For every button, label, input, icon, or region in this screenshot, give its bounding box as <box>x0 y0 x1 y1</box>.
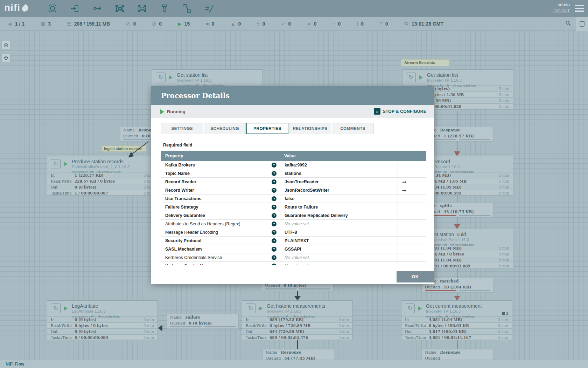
running-indicator-icon <box>64 306 68 311</box>
label-ingest-station-records[interactable]: Ingest station records <box>102 145 146 152</box>
processor-type: PublishKafkaRecord_2_6 1.16.3 <box>72 165 130 169</box>
help-icon[interactable]: ? <box>272 247 276 252</box>
property-row-message-header-encoding: Message Header Encoding? UTF-8 <box>161 228 426 237</box>
help-icon[interactable]: ? <box>272 213 276 218</box>
help-icon[interactable]: ? <box>272 179 276 184</box>
template-toolbar-button[interactable] <box>181 2 193 15</box>
property-row-failure-strategy: Failure Strategy? Route to Failure <box>161 203 426 211</box>
properties-table-header: Property Value <box>161 151 426 161</box>
up-to-date-icon: ✓ <box>281 21 285 27</box>
property-row-record-reader: Record Reader? JsonTreeReader ➞ <box>161 178 426 186</box>
processor-toolbar-button[interactable] <box>46 2 59 15</box>
queued-icon: ☰ <box>67 21 71 27</box>
flow-status-bar: ◈1 / 1 ▦3 ☰208 / 159.11 MB ◎0 ⊘0 ▶15 ■0 … <box>0 17 588 31</box>
help-icon[interactable]: ? <box>272 238 276 243</box>
cluster-icon: ◈ <box>8 21 12 27</box>
app-header: nifi admin LOG OUT <box>0 0 588 17</box>
tab-relationships[interactable]: RELATIONSHIPS <box>289 123 331 134</box>
tab-settings[interactable]: SETTINGS <box>161 123 203 134</box>
locally-modified-stale-icon: ! <box>357 21 358 27</box>
logout-link[interactable]: LOG OUT <box>552 9 570 13</box>
refresh-status[interactable]: ↻13:01:28 GMT <box>404 20 443 27</box>
help-icon[interactable]: ? <box>272 230 276 235</box>
dialog-title: Processor Details <box>161 91 230 100</box>
processor-icon: ↻ <box>406 73 416 82</box>
breadcrumb-nifi-flow[interactable]: NiFi Flow <box>6 362 24 367</box>
backpressure-bars <box>262 288 333 291</box>
processor-title: Produce station records <box>72 159 130 164</box>
running-status-label: Running <box>167 109 186 114</box>
processor-get-current-measurement[interactable]: ↻ Get current measurement InvokeHTTP 1.1… <box>401 300 512 340</box>
search-button[interactable] <box>565 20 571 28</box>
running-icon: ▶ <box>178 21 182 27</box>
stop-and-configure-button[interactable]: ☼ STOP & CONFIGURE <box>374 108 426 115</box>
help-icon[interactable]: ? <box>272 163 276 168</box>
processor-type: InvokeHTTP 1.16.3 <box>427 79 476 83</box>
tab-comments[interactable]: COMMENTS <box>332 123 374 134</box>
property-row-record-writer: Record Writer? JsonRecordSetWriter ➞ <box>161 186 426 195</box>
birdseye-toggle-button[interactable] <box>1 41 10 50</box>
help-icon[interactable]: ? <box>272 196 276 201</box>
ok-button[interactable]: OK <box>397 271 434 282</box>
go-to-service-icon[interactable]: ➞ <box>402 188 406 193</box>
backpressure-bars <box>422 290 493 292</box>
help-icon[interactable]: ? <box>272 255 276 260</box>
current-user: admin <box>552 2 570 7</box>
help-icon[interactable]: ? <box>272 222 276 226</box>
processor-type: InvokeHTTP 1.16.3 <box>177 79 226 83</box>
pan-toggle-button[interactable] <box>1 53 10 62</box>
properties-table: Property Value Kafka Brokers? kafka:9092… <box>161 151 426 265</box>
required-field-note: Required field <box>163 143 426 148</box>
property-row-kerberos-credentials-service: Kerberos Credentials Service? No value s… <box>161 253 426 262</box>
running-indicator-icon <box>259 306 262 311</box>
processor-icon: ↻ <box>156 73 166 82</box>
column-value: Value <box>280 151 398 161</box>
process-group-toolbar-button[interactable] <box>113 2 126 15</box>
nifi-logo[interactable]: nifi <box>4 2 28 13</box>
sync-failure-icon: ? <box>380 21 383 27</box>
property-row-kafka-brokers: Kafka Brokers? kafka:9092 <box>161 161 426 169</box>
processor-icon <box>47 3 58 14</box>
bulletin-board-button[interactable] <box>576 17 588 31</box>
help-icon[interactable]: ? <box>272 264 276 265</box>
search-icon <box>565 20 571 26</box>
dialog-status-row: Running ☼ STOP & CONFIGURE <box>151 105 434 118</box>
global-menu-icon[interactable] <box>575 5 584 13</box>
cluster-summary-badge: ▦ 1 <box>502 311 508 315</box>
processor-icon: ↻ <box>405 304 415 313</box>
processor-title: LogAttribute <box>72 304 121 308</box>
processor-details-dialog: Processor Details Running ☼ STOP & CONFI… <box>151 86 434 284</box>
property-row-security-protocol: Security Protocol? PLAINTEXT <box>161 237 426 245</box>
nifi-drop-icon <box>21 4 29 13</box>
label-stream-live-data[interactable]: Stream live-data <box>401 59 449 66</box>
backpressure-bars <box>167 326 238 328</box>
disabled-icon: ϟ <box>257 21 259 27</box>
help-icon[interactable]: ? <box>272 171 276 176</box>
pan-hand-icon <box>3 55 9 61</box>
remote-process-group-icon <box>137 3 147 14</box>
funnel-toolbar-button[interactable] <box>158 2 171 15</box>
running-indicator-icon <box>64 162 68 166</box>
locally-modified-icon: ∗ <box>307 21 311 27</box>
remote-process-group-toolbar-button[interactable] <box>136 2 148 15</box>
processor-logattribute[interactable]: ↻ LogAttribute LogAttribute 1.16.3 org.a… <box>47 300 158 340</box>
processor-type: Record 1.16.3 <box>434 165 474 169</box>
label-toolbar-button[interactable] <box>203 2 216 15</box>
processor-produce-station-records[interactable]: ↻ Produce station records PublishKafkaRe… <box>47 156 158 196</box>
component-toolbar <box>46 2 216 15</box>
processor-title: Get current measurement <box>426 304 482 308</box>
help-icon[interactable]: ? <box>272 205 276 210</box>
tab-scheduling[interactable]: SCHEDULING <box>204 123 246 134</box>
column-property: Property <box>161 151 280 161</box>
go-to-service-icon[interactable]: ➞ <box>402 179 406 185</box>
property-row-use-transactions: Use Transactions? false <box>161 195 426 203</box>
input-port-toolbar-button[interactable] <box>69 2 81 15</box>
tab-properties[interactable]: PROPERTIES <box>246 123 288 134</box>
property-row-delivery-guarantee: Delivery Guarantee? Guarantee Replicated… <box>161 211 426 220</box>
input-port-icon <box>70 3 80 14</box>
processor-get-historic-measurements[interactable]: ↻ Get historic measurements InvokeHTTP 1… <box>242 300 353 340</box>
process-group-icon <box>114 3 125 14</box>
help-icon[interactable]: ? <box>272 188 276 193</box>
connection-label-failure[interactable]: NameFailure Queued0 (0 bytes) <box>167 314 239 329</box>
output-port-toolbar-button[interactable] <box>91 2 104 15</box>
